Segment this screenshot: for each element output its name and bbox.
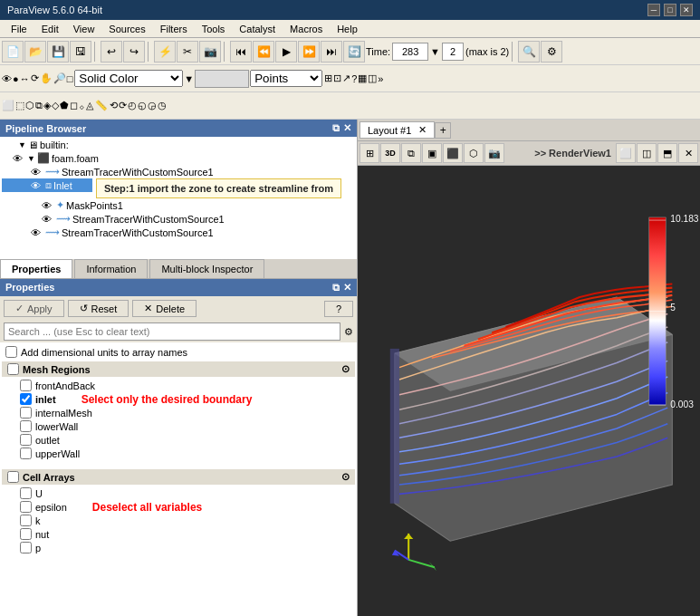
- pipeline-close-icon[interactable]: ✕: [343, 122, 351, 134]
- tab-information[interactable]: Information: [74, 259, 148, 278]
- disconnect-button[interactable]: ✂: [177, 41, 198, 63]
- box-button[interactable]: □: [67, 73, 73, 84]
- render-slice-btn[interactable]: ⬛: [443, 143, 463, 163]
- layout-tab-close-icon[interactable]: ✕: [418, 124, 427, 136]
- anim4-button[interactable]: ◵: [138, 100, 147, 111]
- pipeline-undock-icon[interactable]: ⧉: [332, 122, 340, 134]
- render-select-btn[interactable]: ⬡: [464, 143, 484, 163]
- filter8-button[interactable]: ◻: [70, 100, 78, 111]
- filter2-button[interactable]: ⬚: [15, 100, 24, 111]
- mesh-regions-section[interactable]: Mesh Regions ⊙: [2, 361, 355, 377]
- eye-button[interactable]: 👁: [2, 73, 12, 84]
- magnify-button[interactable]: 🔍: [518, 41, 540, 63]
- open-button[interactable]: 📂: [24, 41, 46, 63]
- interact-button[interactable]: ↔: [20, 73, 30, 84]
- delete-button[interactable]: ✕ Delete: [132, 300, 197, 317]
- save-button[interactable]: 💾: [47, 41, 69, 63]
- properties-close-icon[interactable]: ✕: [343, 282, 351, 294]
- pipeline-item-stream3[interactable]: 👁 ⟿ StreamTracerWithCustomSource1: [2, 226, 355, 239]
- color-settings-button[interactable]: ▼: [184, 73, 194, 84]
- render-area[interactable]: 10.183 5 0.003: [358, 166, 700, 616]
- internalmesh-checkbox[interactable]: [20, 407, 32, 419]
- loop-button[interactable]: 🔄: [343, 41, 365, 63]
- color-select[interactable]: Solid Color: [74, 70, 183, 87]
- anim5-button[interactable]: ◶: [148, 100, 157, 111]
- filter7-button[interactable]: ⬟: [60, 100, 69, 111]
- pipeline-item-inlet[interactable]: 👁 ⧈ Inlet: [2, 178, 92, 192]
- render-camera-btn[interactable]: 📷: [484, 143, 504, 163]
- outlet-checkbox[interactable]: [20, 434, 32, 446]
- filter9-button[interactable]: ⬦: [79, 101, 85, 111]
- reset-camera-button[interactable]: ⊞: [324, 72, 332, 84]
- cell-arrays-checkbox[interactable]: [7, 471, 19, 483]
- render-preview-btn[interactable]: ▣: [422, 143, 442, 163]
- settings-button[interactable]: ⚙: [541, 41, 562, 63]
- pipeline-item-builtin[interactable]: ▼ 🖥 builtin:: [2, 139, 355, 151]
- render-split-v-btn[interactable]: ⬒: [657, 143, 677, 163]
- filter4-button[interactable]: ⧉: [35, 100, 43, 111]
- zoom-button[interactable]: 🔎: [53, 72, 66, 84]
- play-end-button[interactable]: ⏭: [321, 41, 342, 63]
- filter3-button[interactable]: ⬡: [25, 100, 34, 111]
- pipeline-item-stream2[interactable]: 👁 ⟿ StreamTracerWithCustomSource1: [2, 212, 355, 226]
- rotate-button[interactable]: ⟳: [31, 72, 39, 84]
- new-button[interactable]: 📄: [2, 41, 24, 63]
- menu-filters[interactable]: Filters: [153, 22, 195, 36]
- anim2-button[interactable]: ⟳: [119, 100, 127, 111]
- p-checkbox[interactable]: [20, 542, 32, 553]
- play-next-button[interactable]: ⏩: [298, 41, 320, 63]
- anim6-button[interactable]: ◷: [158, 100, 167, 111]
- render-reset-btn[interactable]: ⊞: [360, 143, 379, 163]
- anim3-button[interactable]: ◴: [128, 100, 137, 111]
- help-button[interactable]: ?: [324, 301, 353, 317]
- k-checkbox[interactable]: [20, 515, 32, 526]
- render-split-h-btn[interactable]: ◫: [637, 143, 657, 163]
- close-button[interactable]: ✕: [680, 4, 693, 16]
- pick-button[interactable]: ↗: [342, 72, 350, 84]
- play-prev-button[interactable]: ⏪: [253, 41, 274, 63]
- query-button[interactable]: ?: [351, 73, 357, 84]
- menu-macros[interactable]: Macros: [283, 22, 330, 36]
- lowerwall-checkbox[interactable]: [20, 420, 32, 432]
- layout-tab[interactable]: Layout #1 ✕: [360, 121, 435, 139]
- search-input[interactable]: [4, 322, 340, 341]
- render-3d-btn[interactable]: 3D: [380, 143, 400, 163]
- add-layout-button[interactable]: +: [435, 122, 451, 139]
- anim1-button[interactable]: ⟲: [110, 100, 118, 111]
- menu-sources[interactable]: Sources: [101, 22, 152, 36]
- representation-select[interactable]: Points: [250, 70, 322, 87]
- render-layout-btn[interactable]: ⬜: [616, 143, 636, 163]
- menu-edit[interactable]: Edit: [34, 22, 66, 36]
- pan-button[interactable]: ✋: [40, 72, 53, 84]
- mesh-regions-checkbox[interactable]: [7, 363, 19, 375]
- more-button[interactable]: »: [378, 73, 383, 84]
- upperwall-checkbox[interactable]: [20, 448, 32, 459]
- frontandback-checkbox[interactable]: [20, 380, 32, 391]
- u-checkbox[interactable]: [20, 487, 32, 499]
- connect-button[interactable]: ⚡: [154, 41, 176, 63]
- frame-number[interactable]: [442, 43, 464, 61]
- apply-button[interactable]: ✓ Apply: [4, 300, 64, 317]
- render-close-btn[interactable]: ✕: [678, 143, 698, 163]
- redo-button[interactable]: ↪: [123, 41, 145, 63]
- filter6-button[interactable]: ◇: [52, 100, 59, 111]
- pipeline-item-stream1[interactable]: 👁 ⟿ StreamTracerWithCustomSource1: [2, 165, 355, 178]
- epsilon-checkbox[interactable]: [20, 501, 32, 513]
- menu-help[interactable]: Help: [330, 22, 365, 36]
- undo-button[interactable]: ↩: [101, 41, 122, 63]
- menu-file[interactable]: File: [4, 22, 34, 36]
- ruler-button[interactable]: 📏: [95, 100, 108, 111]
- add-dimensional-checkbox[interactable]: [5, 346, 17, 358]
- pipeline-item-mask[interactable]: 👁 ✦ MaskPoints1: [2, 198, 355, 212]
- save-state-button[interactable]: 🖫: [70, 41, 91, 63]
- inlet-checkbox[interactable]: [20, 393, 32, 405]
- camera-button[interactable]: 📷: [199, 41, 221, 63]
- play-button[interactable]: ▶: [275, 41, 297, 63]
- nut-checkbox[interactable]: [20, 528, 32, 540]
- select-surface-button[interactable]: ▦: [358, 72, 367, 84]
- search-settings-icon[interactable]: ⚙: [344, 326, 353, 338]
- render-orient-btn[interactable]: ⧉: [401, 143, 421, 163]
- time-input[interactable]: [392, 43, 428, 61]
- tab-properties[interactable]: Properties: [0, 259, 72, 278]
- sphere-button[interactable]: ●: [13, 73, 19, 84]
